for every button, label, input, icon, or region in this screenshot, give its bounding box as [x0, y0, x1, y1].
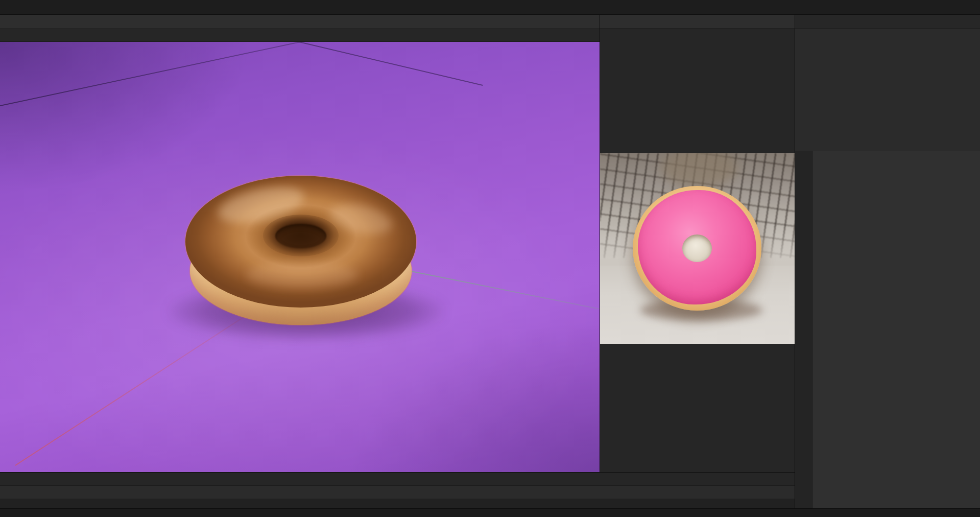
blender-window: [0, 0, 980, 517]
timeline-ruler[interactable]: [0, 486, 795, 499]
properties-tab-strip: [795, 151, 812, 508]
outliner-header: [795, 15, 980, 29]
image-editor: [600, 15, 795, 472]
photo-donut-hole: [682, 234, 712, 262]
timeline: [0, 472, 795, 508]
properties-content: [812, 151, 980, 508]
topbar: [0, 0, 980, 15]
image-editor-header: [600, 15, 795, 29]
viewport-tool-settings: [0, 29, 600, 42]
plane-edge-line: [284, 42, 483, 86]
image-editor-canvas[interactable]: [600, 29, 795, 472]
outliner: [795, 15, 980, 151]
donut-glaze: [185, 176, 416, 308]
timeline-track[interactable]: [0, 499, 795, 509]
plane-edge-line: [0, 42, 325, 106]
3d-viewport: [0, 15, 600, 472]
donut-object[interactable]: [185, 176, 416, 326]
glaze-highlight: [246, 262, 358, 288]
donut-hole-crease: [275, 224, 326, 248]
viewport-canvas[interactable]: [0, 42, 600, 472]
status-bar: [0, 508, 980, 517]
properties-editor: [795, 151, 980, 508]
timeline-header: [0, 473, 795, 486]
viewport-header: [0, 15, 600, 29]
reference-photo: [600, 153, 795, 344]
